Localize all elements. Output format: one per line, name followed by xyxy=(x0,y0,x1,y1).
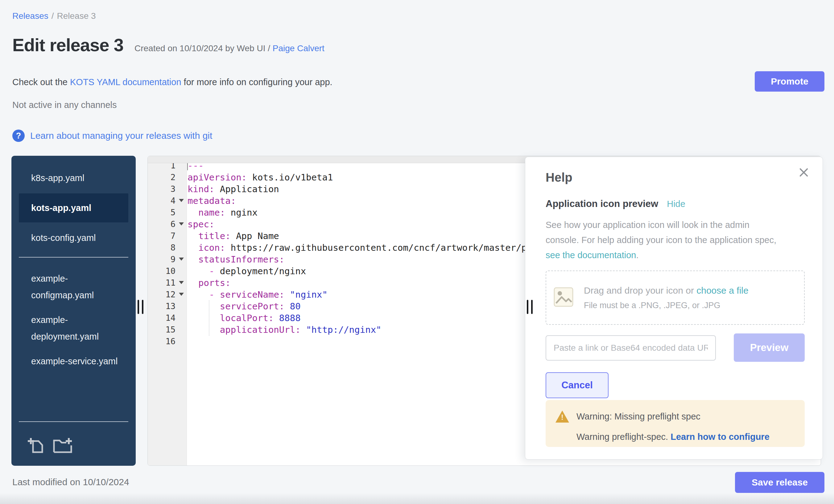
code-text[interactable]: - deployment/nginx xyxy=(186,265,306,277)
gutter-fold-toggle[interactable]: 6 xyxy=(148,218,186,230)
file-tab-kots-app.yaml[interactable]: kots-app.yaml xyxy=(19,193,128,222)
promote-button[interactable]: Promote xyxy=(755,71,825,92)
gutter-line-number: 16 xyxy=(148,335,186,347)
close-icon[interactable] xyxy=(797,166,810,179)
gutter-fold-toggle[interactable]: 12 xyxy=(148,289,186,301)
help-panel: Help Application icon preview Hide See h… xyxy=(525,157,823,460)
file-tab-example-service.yaml[interactable]: example-service.yaml xyxy=(12,349,136,374)
created-text: Created on 10/10/2024 by Web UI / xyxy=(134,43,270,53)
gutter-line-number: 13 xyxy=(148,301,186,312)
gutter-line-number: 7 xyxy=(148,230,186,242)
warning-triangle-icon: ! xyxy=(555,411,569,422)
desc-line-2: console. For help adding your icon to th… xyxy=(546,235,776,245)
last-modified: Last modified on 10/10/2024 xyxy=(12,477,129,487)
sidebar-divider xyxy=(19,257,128,258)
docs-suffix: for more info on configuring your app. xyxy=(181,77,332,87)
preview-button[interactable]: Preview xyxy=(734,333,805,362)
desc-period: . xyxy=(636,250,638,260)
new-folder-icon[interactable] xyxy=(53,437,73,454)
cancel-button[interactable]: Cancel xyxy=(546,372,609,398)
file-tab-example-deployment.yaml[interactable]: example-deployment.yaml xyxy=(12,308,136,349)
kots-docs-link[interactable]: KOTS YAML documentation xyxy=(70,77,181,87)
gutter-line-number: 5 xyxy=(148,207,186,218)
code-text[interactable]: servicePort: 80 xyxy=(186,301,301,312)
page-title: Edit release 3 xyxy=(12,35,123,55)
see-docs-link[interactable]: see the documentation xyxy=(546,250,636,260)
release-editor-page: Releases/Release 3 Edit release 3 Create… xyxy=(0,0,834,504)
file-tab-kots-config.yaml[interactable]: kots-config.yaml xyxy=(12,225,136,250)
save-release-button[interactable]: Save release xyxy=(735,472,825,493)
warning-banner: ! Warning: Missing preflight spec Warnin… xyxy=(546,400,805,447)
code-text[interactable]: statusInformers: xyxy=(186,254,284,265)
breadcrumb-current: Release 3 xyxy=(57,11,96,21)
gutter-line-number: 8 xyxy=(148,242,186,254)
question-circle-icon: ? xyxy=(12,130,25,142)
sidebar-footer-divider xyxy=(19,421,128,422)
code-text[interactable] xyxy=(186,335,188,347)
gutter-line-number: 14 xyxy=(148,312,186,324)
icon-preview-section-title: Application icon preview xyxy=(546,198,658,210)
code-text[interactable]: title: App Name xyxy=(186,230,279,242)
file-list-top: k8s-app.yamlkots-app.yamlkots-config.yam… xyxy=(12,156,136,250)
bottom-fade xyxy=(0,493,834,504)
desc-line-1: See how your application icon will look … xyxy=(546,220,749,230)
breadcrumb-releases-link[interactable]: Releases xyxy=(12,11,48,21)
breadcrumb-separator: / xyxy=(51,11,54,21)
gutter-fold-toggle[interactable]: 11 xyxy=(148,277,186,289)
warning-title: Warning: Missing preflight spec xyxy=(576,412,700,422)
icon-preview-description: See how your application icon will look … xyxy=(546,217,776,263)
breadcrumb: Releases/Release 3 xyxy=(12,11,96,21)
file-tab-example-configmap.yaml[interactable]: example-configmap.yaml xyxy=(12,266,136,308)
dropzone-subtext: File must be a .PNG, .JPEG, or .JPG xyxy=(584,301,749,310)
channel-status: Not active in any channels xyxy=(12,100,117,110)
sidebar-footer xyxy=(12,415,136,466)
git-help-link[interactable]: Learn about managing your releases with … xyxy=(30,130,212,141)
author-link[interactable]: Paige Calvert xyxy=(273,43,325,53)
code-text[interactable]: applicationUrl: "http://nginx" xyxy=(186,324,381,335)
icon-url-input[interactable] xyxy=(546,335,716,360)
file-sidebar: k8s-app.yamlkots-app.yamlkots-config.yam… xyxy=(12,156,136,466)
code-text[interactable]: spec: xyxy=(186,218,214,230)
code-text[interactable]: kind: Application xyxy=(186,183,279,195)
file-tab-k8s-app.yaml[interactable]: k8s-app.yaml xyxy=(12,166,136,190)
file-list-bottom: example-configmap.yamlexample-deployment… xyxy=(12,264,136,374)
help-title: Help xyxy=(546,171,572,184)
icon-dropzone[interactable]: Drag and drop your icon or choose a file… xyxy=(546,270,805,325)
image-placeholder-icon xyxy=(554,287,573,308)
gutter-line-number: 3 xyxy=(148,183,186,195)
code-text[interactable]: apiVersion: kots.io/v1beta1 xyxy=(186,172,333,183)
created-info: Created on 10/10/2024 by Web UI / Paige … xyxy=(134,43,325,53)
gutter-line-number: 10 xyxy=(148,265,186,277)
code-text[interactable]: metadata: xyxy=(186,195,236,207)
git-help-row: ? Learn about managing your releases wit… xyxy=(12,130,212,142)
gutter-line-number: 2 xyxy=(148,172,186,183)
choose-file-link[interactable]: choose a file xyxy=(697,285,748,295)
gutter-line-number: 15 xyxy=(148,324,186,335)
dropzone-text: Drag and drop your icon or xyxy=(584,285,697,295)
warning-body: Warning preflight-spec. xyxy=(576,432,671,442)
gutter-fold-toggle[interactable]: 9 xyxy=(148,254,186,265)
hide-link[interactable]: Hide xyxy=(667,199,685,209)
title-row: Edit release 3 Created on 10/10/2024 by … xyxy=(12,35,325,55)
code-text[interactable]: localPort: 8888 xyxy=(186,312,301,324)
resize-handle-left[interactable] xyxy=(137,300,144,314)
gutter-fold-toggle[interactable]: 4 xyxy=(148,195,186,207)
code-text[interactable]: - serviceName: "nginx" xyxy=(186,289,328,301)
configure-link[interactable]: Learn how to configure xyxy=(671,432,770,442)
code-text[interactable]: name: nginx xyxy=(186,207,258,218)
new-file-icon[interactable] xyxy=(27,437,45,454)
docs-prefix: Check out the xyxy=(12,77,70,87)
resize-handle-right[interactable] xyxy=(527,300,533,314)
docs-line: Check out the KOTS YAML documentation fo… xyxy=(12,77,332,87)
code-text[interactable]: ports: xyxy=(186,277,231,289)
